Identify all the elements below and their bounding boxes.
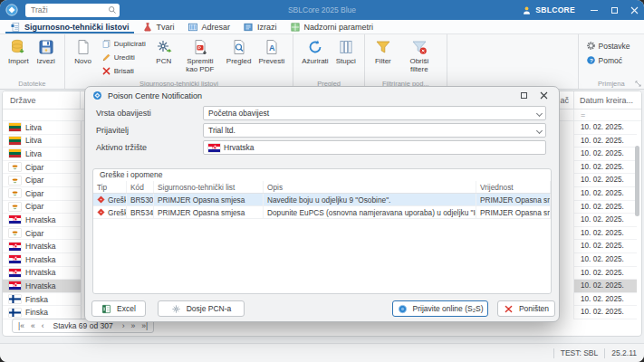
date-cell[interactable]: 10. 02. 2025.: [573, 214, 637, 227]
ribbon-button-filter[interactable]: Filter: [370, 37, 397, 68]
error-type-cell: Greška: [93, 206, 127, 218]
date-cell[interactable]: 10. 02. 2025.: [573, 121, 637, 135]
cancel-button[interactable]: Poništen: [497, 300, 555, 317]
country-row-hrvatska[interactable]: Hrvatska: [3, 214, 82, 227]
pcn-dossier-button[interactable]: Dosje PCN-a: [158, 300, 245, 317]
global-search[interactable]: [25, 4, 120, 17]
page-last-button[interactable]: »|: [141, 321, 148, 330]
country-row-finska[interactable]: Finska: [3, 306, 82, 319]
date-cell[interactable]: 10. 02. 2025.: [573, 161, 637, 175]
errors-column-header[interactable]: Opis: [264, 181, 476, 193]
ribbon-button-import[interactable]: Import: [5, 37, 33, 68]
country-row-hrvatska[interactable]: Hrvatska: [3, 267, 82, 281]
close-button[interactable]: [624, 0, 644, 20]
excel-button[interactable]: Excel: [91, 300, 146, 317]
tab-izrazi[interactable]: Izrazi: [236, 20, 284, 33]
date-cell[interactable]: 10. 02. 2025.: [573, 253, 637, 267]
ribbon-button-postavke[interactable]: Postavke: [583, 40, 633, 52]
tab-adresar[interactable]: Adresar: [181, 20, 237, 33]
country-row-cipar[interactable]: Cipar: [3, 161, 82, 175]
active-market-field[interactable]: Hrvatska: [203, 140, 546, 155]
date-cell[interactable]: 10. 02. 2025.: [573, 187, 637, 201]
ribbon-button-pcn[interactable]: PCN: [150, 37, 178, 66]
version-indicator: 25.2.11: [611, 348, 637, 357]
submitter-value: Trial ltd.: [208, 126, 235, 135]
country-row-litva[interactable]: Litva: [3, 135, 82, 148]
tab-tvari[interactable]: Tvari: [136, 20, 181, 33]
ribbon-button-stupci[interactable]: Stupci: [332, 37, 360, 68]
title-bar: SBLCore 2025 Blue SBLCORE: [0, 0, 644, 20]
maximize-button[interactable]: [604, 0, 624, 20]
date-cell[interactable]: 10. 02. 2025.: [573, 174, 637, 187]
country-row-litva[interactable]: Litva: [3, 121, 82, 135]
minimize-icon: [591, 10, 598, 11]
column-header-date-created[interactable]: Datum kreira...: [573, 91, 637, 110]
ribbon-button-spremiti-kao-pdf[interactable]: Spremiti kao PDF: [178, 37, 223, 74]
errors-column-header[interactable]: Vrijednost: [476, 181, 551, 193]
submit-online-button[interactable]: Prijavite online (S₂S): [392, 300, 488, 317]
country-row-finska[interactable]: Finska: [3, 293, 82, 307]
chevron-down-icon: [536, 110, 543, 117]
ribbon-button-izvezi[interactable]: Izvezi: [33, 37, 60, 68]
ribbon-button-brisati[interactable]: Brisati: [99, 65, 149, 77]
page-next-button[interactable]: ›: [122, 321, 125, 330]
dialog-launcher-icon[interactable]: [635, 81, 641, 87]
page-first-button[interactable]: |«: [18, 321, 24, 330]
country-row-hrvatska[interactable]: Hrvatska: [3, 253, 82, 267]
date-cell[interactable]: 10. 02. 2025.: [573, 306, 637, 319]
country-row-cipar[interactable]: Cipar: [3, 227, 82, 241]
scrollbar-thumb[interactable]: [635, 146, 639, 216]
close-icon: [630, 6, 639, 14]
page-prev-button[interactable]: ‹: [42, 321, 44, 330]
column-header-countries[interactable]: Države: [3, 91, 81, 110]
flag-hr-icon: [9, 281, 21, 290]
country-row-cipar[interactable]: Cipar: [3, 174, 82, 187]
date-filter-operator[interactable]: =: [573, 110, 637, 121]
dialog-title-bar[interactable]: Poison Centre Notification: [85, 87, 559, 104]
errors-column-header[interactable]: Kód: [127, 181, 154, 193]
date-cell[interactable]: 10. 02. 2025.: [573, 227, 637, 241]
error-diamond-icon: [97, 208, 105, 216]
ribbon-button-prevesti[interactable]: APrevesti: [255, 37, 288, 66]
notification-type-select[interactable]: Početna obavijest: [203, 106, 546, 120]
page-next-group-button[interactable]: »: [131, 321, 136, 330]
date-cell[interactable]: 10. 02. 2025.: [573, 293, 637, 307]
tab-nadzorni-parametri[interactable]: Nadzorni parametri: [284, 20, 380, 33]
date-cell[interactable]: 10. 02. 2025.: [573, 267, 637, 281]
ribbon-button-pregled[interactable]: Pregled: [223, 37, 255, 68]
ribbon-button-novo[interactable]: Novo: [70, 37, 97, 66]
grid-scrollbar[interactable]: [635, 111, 640, 318]
submitter-select[interactable]: Trial ltd.: [203, 123, 546, 138]
search-input[interactable]: [25, 5, 101, 14]
date-cell[interactable]: 10. 02. 2025.: [573, 201, 637, 214]
errors-column-header[interactable]: Sigurnosno-tehnički list: [154, 181, 264, 193]
date-cell[interactable]: 10. 02. 2025.: [573, 280, 637, 293]
tab-sigurnosno-tehni-ki-listovi[interactable]: Sigurnosno-tehnički listovi: [4, 20, 136, 33]
ribbon-button-pomo-[interactable]: ?Pomoć: [583, 54, 635, 66]
date-column-rows: 10. 02. 2025.10. 02. 2025.10. 02. 2025.1…: [573, 121, 637, 319]
dialog-close-icon[interactable]: [540, 91, 548, 100]
dialog-maximize-icon[interactable]: [521, 92, 527, 99]
flag-lt-icon: [9, 137, 21, 145]
country-row-hrvatska[interactable]: Hrvatska: [3, 240, 82, 253]
error-cell: BR534: [127, 206, 154, 218]
country-row-litva[interactable]: Litva: [3, 148, 82, 161]
minimize-button[interactable]: [584, 0, 604, 20]
account-button[interactable]: SBLCORE: [513, 0, 584, 20]
ribbon-button-duplicirati[interactable]: Duplicirati: [99, 38, 149, 50]
search-icon[interactable]: [108, 5, 117, 14]
ribbon-button-obri-i-filtere[interactable]: Obriši filtere: [397, 37, 442, 74]
error-row-br534[interactable]: GreškaBR534PRIMJER Opasna smjesaDopunite…: [93, 206, 551, 219]
pcn-icon: [155, 38, 173, 56]
ribbon-button-a-urirati[interactable]: Ažurirati: [298, 37, 332, 66]
date-cell[interactable]: 10. 02. 2025.: [573, 148, 637, 161]
date-cell[interactable]: 10. 02. 2025.: [573, 240, 637, 253]
errors-column-header[interactable]: Tip: [93, 181, 127, 193]
country-row-cipar[interactable]: Cipar: [3, 187, 82, 201]
error-row-br530[interactable]: GreškaBR530PRIMJER Opasna smjesaNavedite…: [93, 194, 551, 206]
page-prev-group-button[interactable]: «: [31, 321, 35, 330]
country-row-cipar[interactable]: Cipar: [3, 201, 82, 214]
ribbon-button-urediti[interactable]: Urediti: [99, 52, 149, 63]
country-row-hrvatska[interactable]: Hrvatska: [3, 280, 82, 293]
date-cell[interactable]: 10. 02. 2025.: [573, 135, 637, 148]
